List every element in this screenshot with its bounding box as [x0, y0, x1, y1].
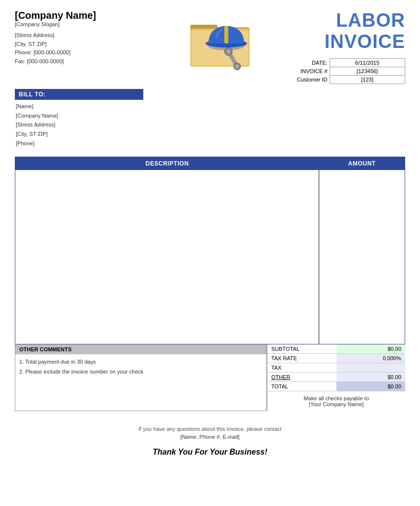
tax-rate-row: TAX RATE 0.000% [267, 354, 405, 363]
description-table-wrapper: DESCRIPTION AMOUNT [15, 157, 405, 344]
comments-body: 1. Total payment due in 30 days 2. Pleas… [15, 354, 266, 380]
totals-table: SUBTOTAL $0.00 TAX RATE 0.000% TAX OTHER… [267, 344, 405, 391]
invoice-num-value[interactable]: [123456] [330, 67, 405, 76]
desc-cell[interactable] [15, 333, 319, 344]
company-name: [Company Name] [15, 10, 168, 21]
invoice-title: LABOR INVOICE [277, 10, 405, 52]
comments-area: OTHER COMMENTS 1. Total payment due in 3… [15, 344, 267, 411]
desc-cell[interactable] [15, 170, 319, 181]
col-header-description: DESCRIPTION [15, 157, 319, 170]
table-row [15, 257, 405, 268]
table-row [15, 192, 405, 203]
table-row [15, 322, 405, 333]
amount-cell[interactable] [319, 246, 405, 257]
amount-cell[interactable] [319, 181, 405, 192]
amount-cell[interactable] [319, 170, 405, 181]
comment-line2: 2. Please include the invoice number on … [19, 367, 262, 377]
bill-to-city: [City, ST ZIP] [16, 129, 405, 139]
table-row [15, 235, 405, 246]
total-value[interactable]: $0.00 [336, 382, 406, 391]
tax-rate-label: TAX RATE [267, 354, 336, 363]
table-row [15, 170, 405, 181]
table-row [15, 333, 405, 344]
date-value[interactable]: 6/11/2015 [330, 59, 405, 67]
amount-cell[interactable] [319, 311, 405, 322]
bill-to-details: [Name] [Company Name] [Stress Address] [… [15, 102, 405, 148]
footer-section: If you have any questions about this inv… [15, 426, 405, 457]
amount-cell[interactable] [319, 333, 405, 344]
company-logo-icon [188, 10, 257, 74]
total-label: TOTAL [267, 382, 336, 391]
desc-cell[interactable] [15, 224, 319, 235]
company-address-block: [Stress Address] [City, ST ZIP] Phone: [… [15, 31, 168, 66]
table-row [15, 279, 405, 290]
amount-cell[interactable] [319, 300, 405, 311]
amount-cell[interactable] [319, 322, 405, 333]
table-row [15, 203, 405, 213]
desc-cell[interactable] [15, 203, 319, 213]
bill-to-header: BILL TO: [15, 89, 143, 100]
footer-thank-you: Thank You For Your Business! [15, 448, 405, 457]
desc-cell[interactable] [15, 300, 319, 311]
svg-rect-6 [224, 26, 228, 43]
company-slogan: [Company Slogan] [15, 21, 168, 27]
bottom-section: OTHER COMMENTS 1. Total payment due in 3… [15, 344, 405, 411]
table-row [15, 300, 405, 311]
desc-cell[interactable] [15, 246, 319, 257]
desc-cell[interactable] [15, 181, 319, 192]
logo-area [178, 10, 267, 74]
desc-cell[interactable] [15, 213, 319, 224]
amount-cell[interactable] [319, 235, 405, 246]
checks-payable: Make all checks payable to [Your Company… [267, 391, 405, 411]
amount-cell[interactable] [319, 279, 405, 290]
company-phone: Phone: [000-000-0000] [15, 48, 168, 57]
table-row [15, 311, 405, 322]
desc-cell[interactable] [15, 290, 319, 300]
invoice-meta-table: DATE: 6/11/2015 INVOICE # [123456] Custo… [277, 58, 405, 84]
comments-header: OTHER COMMENTS [15, 344, 266, 354]
amount-cell[interactable] [319, 257, 405, 268]
description-table: DESCRIPTION AMOUNT [15, 157, 405, 344]
other-value[interactable]: $0.00 [336, 373, 406, 382]
amount-cell[interactable] [319, 224, 405, 235]
date-label: DATE: [277, 59, 330, 67]
other-row: OTHER $0.00 [267, 373, 405, 382]
subtotal-label: SUBTOTAL [267, 344, 336, 354]
tax-row: TAX [267, 363, 405, 373]
desc-cell[interactable] [15, 257, 319, 268]
amount-cell[interactable] [319, 290, 405, 300]
subtotal-value[interactable]: $0.00 [336, 344, 406, 354]
footer-contact-line1: If you have any questions about this inv… [15, 426, 405, 432]
table-row [15, 181, 405, 192]
company-city: [City, ST ZIP] [15, 40, 168, 49]
desc-cell[interactable] [15, 279, 319, 290]
tax-value[interactable] [336, 363, 406, 373]
desc-cell[interactable] [15, 311, 319, 322]
totals-area: SUBTOTAL $0.00 TAX RATE 0.000% TAX OTHER… [267, 344, 405, 411]
subtotal-row: SUBTOTAL $0.00 [267, 344, 405, 354]
col-header-amount: AMOUNT [319, 157, 405, 170]
other-label: OTHER [267, 373, 336, 382]
desc-cell[interactable] [15, 235, 319, 246]
customer-id-label: Customer ID [277, 76, 330, 84]
bill-to-phone: [Phone] [16, 139, 405, 148]
amount-cell[interactable] [319, 268, 405, 279]
desc-cell[interactable] [15, 322, 319, 333]
header-section: [Company Name] [Company Slogan] [Stress … [15, 10, 405, 84]
company-info: [Company Name] [Company Slogan] [Stress … [15, 10, 168, 66]
customer-id-value[interactable]: [123] [330, 76, 405, 84]
bill-to-section: BILL TO: [Name] [Company Name] [Stress A… [15, 89, 405, 148]
tax-label: TAX [267, 363, 336, 373]
company-address: [Stress Address] [15, 31, 168, 40]
tax-rate-value[interactable]: 0.000% [336, 354, 406, 363]
amount-cell[interactable] [319, 203, 405, 213]
bill-to-name: [Name] [16, 102, 405, 111]
checks-payable-line1: Make all checks payable to [272, 395, 400, 401]
checks-payable-line2: [Your Company Name] [272, 401, 400, 407]
desc-cell[interactable] [15, 192, 319, 203]
table-row [15, 213, 405, 224]
amount-cell[interactable] [319, 192, 405, 203]
amount-cell[interactable] [319, 213, 405, 224]
desc-cell[interactable] [15, 268, 319, 279]
company-fax: Fax: [000-000-0000] [15, 57, 168, 66]
